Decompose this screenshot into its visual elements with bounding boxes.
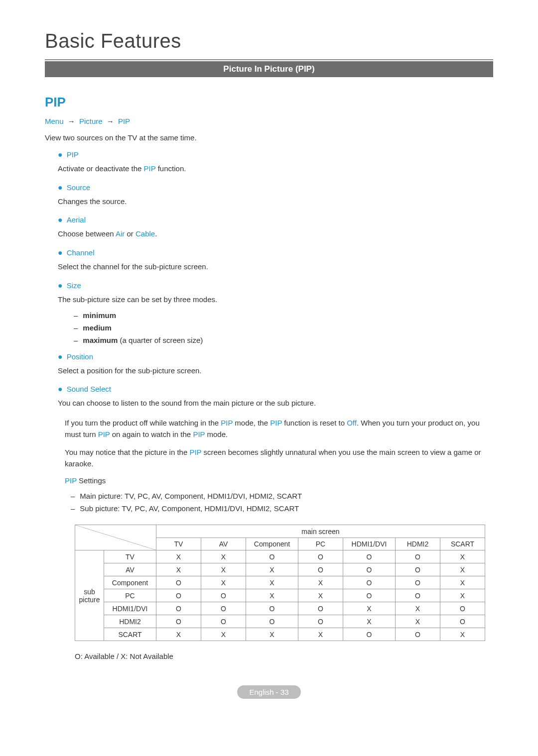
intro-text: View two sources on the TV at the same t…	[45, 132, 493, 143]
table-cell: X	[156, 563, 201, 576]
feature-desc: Select the channel for the sub-picture s…	[58, 257, 493, 279]
settings-sub: Sub picture: TV, PC, AV, Component, HDMI…	[71, 502, 493, 515]
table-cell: X	[440, 628, 485, 641]
feature-name: Aerial	[67, 216, 86, 224]
table-cell: X	[343, 602, 396, 615]
col-header: TV	[156, 538, 201, 550]
table-cell: O	[396, 589, 440, 602]
table-cell: X	[246, 589, 298, 602]
bullet-icon: ●	[58, 216, 67, 224]
bullet-icon: ●	[58, 150, 67, 159]
table-cell: O	[201, 589, 246, 602]
table-cell: X	[396, 615, 440, 628]
size-modes-list: minimum medium maximum (a quarter of scr…	[58, 309, 493, 346]
svg-line-0	[75, 525, 156, 550]
table-row: Component O X X X O O X	[75, 576, 485, 589]
sub-picture-header: subpicture	[75, 550, 104, 641]
table-cell: X	[201, 550, 246, 563]
pip-settings-label: PIP Settings	[45, 476, 493, 485]
table-cell: O	[343, 576, 396, 589]
feature-channel: ●Channel Select the channel for the sub-…	[58, 248, 493, 279]
table-cell: O	[201, 602, 246, 615]
bullet-icon: ●	[58, 183, 67, 192]
table-row: PC O O X X O O X	[75, 589, 485, 602]
col-header: HDMI1/DVI	[343, 538, 396, 550]
row-header: TV	[104, 550, 156, 563]
table-cell: O	[298, 550, 343, 563]
notes: If you turn the product off while watchi…	[45, 418, 493, 469]
table-cell: O	[396, 576, 440, 589]
feature-name: Source	[67, 183, 91, 192]
feature-size: ●Size The sub-picture size can be set by…	[58, 281, 493, 346]
breadcrumb-picture: Picture	[79, 117, 103, 125]
table-cell: X	[156, 550, 201, 563]
table-cell: O	[246, 615, 298, 628]
col-header: PC	[298, 538, 343, 550]
table-cell: X	[440, 550, 485, 563]
compat-table-wrap: main screen TV AV Component PC HDMI1/DVI…	[75, 525, 493, 641]
table-cell: X	[201, 628, 246, 641]
row-header: SCART	[104, 628, 156, 641]
table-cell: X	[246, 563, 298, 576]
section-bar: Picture In Picture (PIP)	[45, 61, 493, 77]
col-header: SCART	[440, 538, 485, 550]
page-title: Basic Features	[45, 30, 493, 52]
table-cell: O	[156, 602, 201, 615]
bullet-icon: ●	[58, 385, 67, 393]
col-header: HDMI2	[396, 538, 440, 550]
size-mode-min: minimum	[74, 309, 493, 322]
feature-desc: Select a position for the sub-picture sc…	[58, 361, 493, 383]
feature-source: ●Source Changes the source.	[58, 183, 493, 214]
table-cell: X	[298, 576, 343, 589]
table-cell: X	[343, 615, 396, 628]
table-cell: O	[396, 563, 440, 576]
table-cell: X	[396, 602, 440, 615]
table-cell: O	[343, 589, 396, 602]
table-cell: O	[440, 615, 485, 628]
size-mode-med: medium	[74, 322, 493, 334]
feature-list: ●PIP Activate or deactivate the PIP func…	[45, 150, 493, 416]
footer: English - 33	[45, 685, 493, 699]
breadcrumb-arrow: →	[66, 117, 77, 125]
table-cell: O	[246, 602, 298, 615]
table-cell: O	[246, 550, 298, 563]
feature-desc: Changes the source.	[58, 192, 493, 214]
breadcrumb-arrow: →	[105, 117, 116, 125]
feature-name: Position	[67, 352, 93, 361]
settings-main: Main picture: TV, PC, AV, Component, HDM…	[71, 490, 493, 502]
table-cell: O	[156, 615, 201, 628]
table-row: subpicture TV X X O O O O X	[75, 550, 485, 563]
table-corner	[75, 525, 156, 550]
breadcrumb-menu: Menu	[45, 117, 64, 125]
breadcrumb: Menu → Picture → PIP	[45, 117, 493, 125]
table-row: SCART X X X X O O X	[75, 628, 485, 641]
row-header: HDMI2	[104, 615, 156, 628]
table-cell: O	[156, 576, 201, 589]
table-cell: O	[343, 563, 396, 576]
bullet-icon: ●	[58, 352, 67, 361]
feature-desc: You can choose to listen to the sound fr…	[58, 394, 493, 416]
row-header: AV	[104, 563, 156, 576]
table-cell: O	[156, 589, 201, 602]
row-header: HDMI1/DVI	[104, 602, 156, 615]
table-cell: X	[156, 628, 201, 641]
table-cell: X	[201, 576, 246, 589]
page-number-pill: English - 33	[237, 685, 300, 699]
bullet-icon: ●	[58, 248, 67, 257]
title-underline	[45, 59, 493, 60]
feature-pip: ●PIP Activate or deactivate the PIP func…	[58, 150, 493, 181]
note-2: You may notice that the picture in the P…	[65, 447, 493, 469]
table-row: HDMI2 O O O O X X O	[75, 615, 485, 628]
feature-desc: Choose between Air or Cable.	[58, 224, 493, 246]
feature-sound-select: ●Sound Select You can choose to listen t…	[58, 385, 493, 416]
table-cell: X	[440, 576, 485, 589]
table-cell: X	[246, 576, 298, 589]
table-cell: X	[298, 589, 343, 602]
table-cell: O	[343, 550, 396, 563]
col-header: Component	[246, 538, 298, 550]
section-heading: PIP	[45, 95, 493, 110]
feature-desc: Activate or deactivate the PIP function.	[58, 159, 493, 181]
feature-name: Sound Select	[67, 385, 111, 393]
feature-name: Size	[67, 281, 81, 290]
table-row: HDMI1/DVI O O O O X X O	[75, 602, 485, 615]
